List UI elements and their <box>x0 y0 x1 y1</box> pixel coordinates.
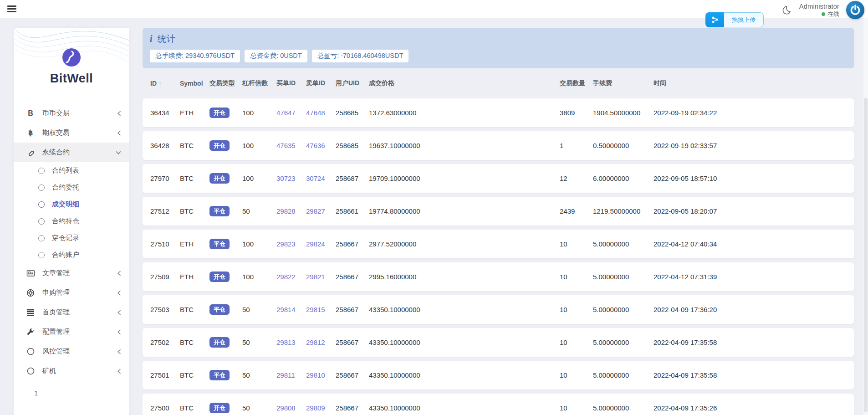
sidebar-item-label: 申购管理 <box>42 288 70 297</box>
cell-time: 2022-04-09 17:36:20 <box>654 306 854 313</box>
sidebar-menu: B币币交易฿期权交易永续合约合约列表合约委托成交明细合约持仓穿仓记录合约账户文章… <box>14 94 129 381</box>
table-row: 27509ETH开仓10029822298212586672995.160000… <box>143 262 854 291</box>
buy-order-link[interactable]: 47647 <box>276 109 296 117</box>
sidebar-item-8[interactable]: 矿机 <box>14 361 129 381</box>
buy-order-link[interactable]: 29811 <box>276 371 295 379</box>
cell-sell_id: 30724 <box>306 174 336 182</box>
column-header-symbol: Symbol <box>180 80 209 87</box>
circle-icon <box>26 367 35 375</box>
trade-type-badge: 平仓 <box>209 304 230 315</box>
sell-order-link[interactable]: 29810 <box>306 371 325 379</box>
sidebar-subitem-0[interactable]: 合约列表 <box>14 162 129 179</box>
cell-id: 27509 <box>150 273 180 281</box>
cell-price: 43350.10000000 <box>369 404 560 412</box>
sidebar-item-label: 配置管理 <box>42 328 70 336</box>
buy-order-link[interactable]: 29822 <box>276 273 296 281</box>
sidebar-item-label: 币币交易 <box>42 109 70 118</box>
table-header: ID↑Symbol交易类型杠杆倍数买单ID卖单ID用户UID成交价格交易数量手续… <box>143 68 854 98</box>
cell-uid: 258687 <box>336 174 369 182</box>
sidebar-item-label: 首页管理 <box>42 308 70 317</box>
sell-order-link[interactable]: 29827 <box>306 207 325 215</box>
scrollbar-thumb[interactable] <box>864 98 868 412</box>
cell-sell_id: 47648 <box>306 109 336 117</box>
cell-time: 2022-04-12 07:40:34 <box>654 240 854 248</box>
cell-leverage: 100 <box>242 142 276 149</box>
table-body: 36434ETH开仓10047647476482586851372.630000… <box>143 98 854 415</box>
sell-order-link[interactable]: 30724 <box>306 174 325 182</box>
sidebar-subitem-1[interactable]: 合约委托 <box>14 179 129 196</box>
cell-sell_id: 29810 <box>306 371 336 379</box>
cell-type: 平仓 <box>209 239 242 249</box>
chevron-down-icon <box>116 150 121 155</box>
sort-asc-icon[interactable]: ↑ <box>158 80 162 87</box>
vertical-scrollbar[interactable] <box>863 18 868 415</box>
sidebar-item-3[interactable]: 文章管理 <box>14 263 129 283</box>
coin-trade-icon: B <box>26 109 35 118</box>
buy-order-link[interactable]: 29828 <box>276 207 296 215</box>
sidebar-subitem-2[interactable]: 成交明细 <box>14 196 129 213</box>
sell-order-link[interactable]: 47636 <box>306 142 325 149</box>
cell-uid: 258685 <box>336 142 369 149</box>
power-icon <box>849 4 861 16</box>
cell-uid: 258667 <box>336 306 369 313</box>
cell-id: 27970 <box>150 174 180 182</box>
sidebar-item-0[interactable]: B币币交易 <box>14 103 129 123</box>
sell-order-link[interactable]: 29824 <box>306 240 325 248</box>
cell-type: 平仓 <box>209 206 242 216</box>
cell-price: 43350.10000000 <box>369 338 560 346</box>
avatar[interactable] <box>846 1 864 19</box>
sidebar-subitem-3[interactable]: 合约持仓 <box>14 213 129 230</box>
sidebar-subitem-4[interactable]: 穿仓记录 <box>14 230 129 246</box>
sell-order-link[interactable]: 29815 <box>306 306 325 313</box>
sidebar-item-1[interactable]: ฿期权交易 <box>14 123 129 143</box>
sell-order-link[interactable]: 29809 <box>306 404 325 412</box>
hamburger-menu-icon[interactable] <box>7 5 16 14</box>
sidebar-item-2[interactable]: 永续合约 <box>14 143 129 162</box>
column-label: Symbol <box>180 80 203 87</box>
buy-order-link[interactable]: 47635 <box>276 142 296 149</box>
cell-price: 43350.10000000 <box>369 306 560 313</box>
sell-order-link[interactable]: 29821 <box>306 273 325 281</box>
sidebar-item-6[interactable]: 配置管理 <box>14 322 129 342</box>
buy-order-link[interactable]: 30723 <box>276 174 296 182</box>
sell-order-link[interactable]: 47648 <box>306 109 325 117</box>
cell-type: 开仓 <box>209 140 242 151</box>
main-content: i 统计 总手续费: 29340.976USDT总资金费: 0USDT总盈亏: … <box>143 28 854 415</box>
sell-order-link[interactable]: 29812 <box>306 338 325 346</box>
sidebar-subitem-5[interactable]: 合约账户 <box>14 246 129 263</box>
sidebar-item-label: 风控管理 <box>42 347 70 356</box>
cell-time: 2022-09-05 18:20:07 <box>654 207 854 215</box>
cell-id: 27503 <box>150 306 180 313</box>
table-row: 27503BTC平仓50298142981525866743350.100000… <box>143 295 854 324</box>
sidebar-item-5[interactable]: 首页管理 <box>14 302 129 322</box>
cell-fee: 1219.50000000 <box>593 207 654 215</box>
cell-fee: 1904.50000000 <box>593 109 654 117</box>
sidebar-item-7[interactable]: 风控管理 <box>14 342 129 361</box>
newspaper-icon <box>26 269 35 277</box>
cell-type: 平仓 <box>209 304 242 315</box>
chevron-left-icon <box>117 271 121 276</box>
drag-upload-button[interactable]: 拖拽上传 <box>705 12 764 27</box>
stats-title: 统计 <box>158 33 176 45</box>
cell-uid: 258667 <box>336 338 369 346</box>
cell-id: 27501 <box>150 371 180 379</box>
sidebar-item-4[interactable]: 申购管理 <box>14 283 129 302</box>
buy-order-link[interactable]: 29814 <box>276 306 296 313</box>
cell-id: 36428 <box>150 142 180 149</box>
chevron-left-icon <box>117 329 121 335</box>
sidebar-subitem-label: 合约持仓 <box>52 217 79 225</box>
cell-sell_id: 29821 <box>306 273 336 281</box>
sidebar-item-label: 文章管理 <box>42 269 70 277</box>
column-label: 手续费 <box>593 79 612 87</box>
cell-qty: 10 <box>560 338 593 346</box>
radio-circle-icon <box>38 201 45 208</box>
dark-mode-toggle[interactable] <box>781 4 792 16</box>
column-header-time: 时间 <box>654 79 854 87</box>
table-row: 27502BTC开仓50298132981225866743350.100000… <box>143 328 854 357</box>
column-header-type: 交易类型 <box>209 79 242 87</box>
cell-symbol: BTC <box>180 404 209 412</box>
online-dot-icon <box>822 12 825 16</box>
buy-order-link[interactable]: 29823 <box>276 240 296 248</box>
buy-order-link[interactable]: 29813 <box>276 338 296 346</box>
buy-order-link[interactable]: 29808 <box>276 404 296 412</box>
